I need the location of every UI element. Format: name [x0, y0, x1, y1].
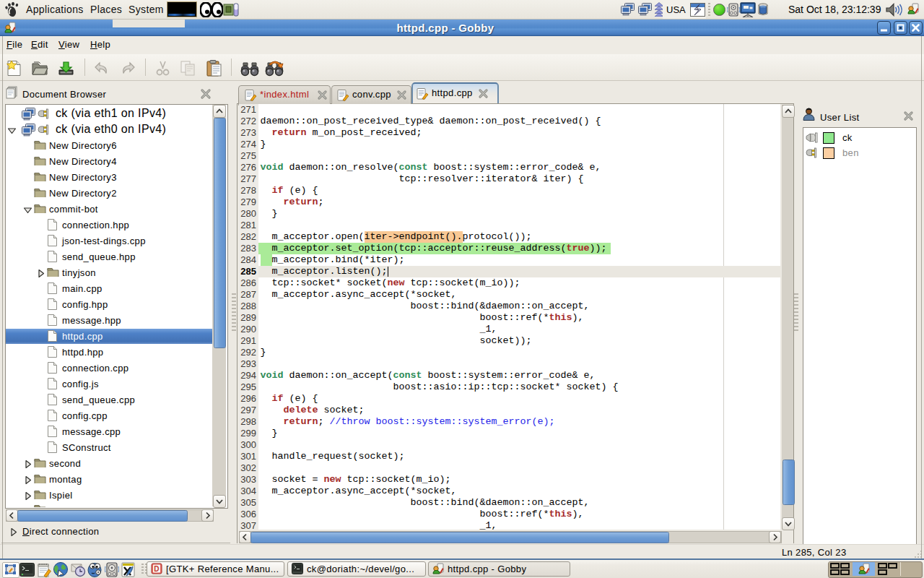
svg-text:D: D: [154, 565, 160, 573]
